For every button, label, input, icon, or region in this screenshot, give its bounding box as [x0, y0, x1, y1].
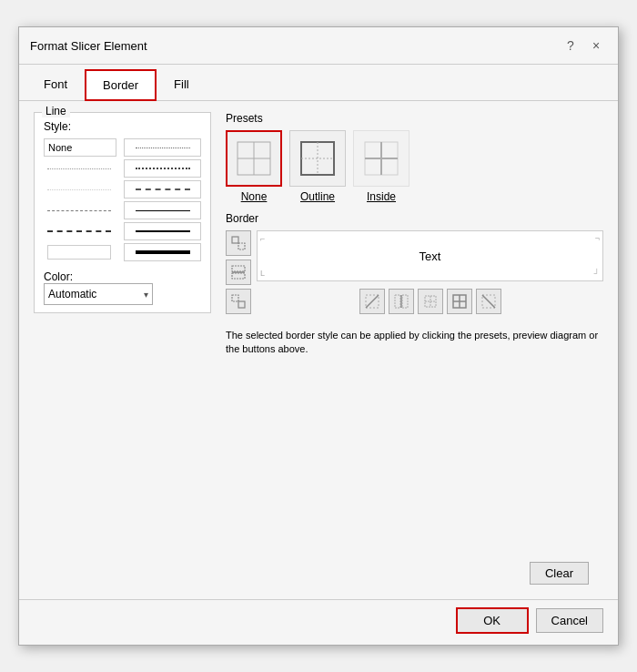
- color-row: Color:: [44, 270, 201, 283]
- clear-button[interactable]: Clear: [530, 562, 589, 585]
- line-sample-0: [136, 148, 190, 148]
- preset-inside-label: Inside: [367, 190, 396, 203]
- style-solid1[interactable]: [44, 243, 116, 261]
- preset-inside-svg: [361, 138, 401, 178]
- line-sample-5: [136, 250, 190, 254]
- border-top-left-icon: [230, 235, 247, 251]
- style-line-5[interactable]: [124, 243, 201, 261]
- ok-button[interactable]: OK: [456, 607, 529, 634]
- tab-border[interactable]: Border: [85, 69, 157, 101]
- preset-inside-icon[interactable]: [353, 130, 410, 187]
- presets-row: None Outline: [226, 130, 603, 203]
- dialog-title: Format Slicer Element: [30, 39, 147, 53]
- help-button[interactable]: ?: [560, 35, 581, 56]
- border-btn-outer[interactable]: [418, 289, 443, 314]
- format-slicer-dialog: Format Slicer Element ? × Font Border Fi…: [18, 26, 619, 646]
- border-btn-bottom-right[interactable]: [226, 289, 251, 314]
- tab-fill[interactable]: Fill: [157, 69, 207, 101]
- color-dropdown-arrow: ▾: [144, 290, 148, 300]
- preset-outline-label: Outline: [300, 190, 335, 203]
- border-label: Border: [226, 212, 603, 225]
- line-sample-4: [136, 230, 190, 232]
- close-button[interactable]: ×: [585, 35, 607, 56]
- line-sample-3: [136, 210, 190, 211]
- border-outer-icon: [422, 293, 439, 310]
- border-bottom-row: [257, 289, 603, 314]
- style-box: [47, 245, 111, 260]
- preset-outline-svg: [298, 138, 338, 178]
- style-line-1[interactable]: [124, 159, 201, 178]
- style-dots1[interactable]: [44, 159, 116, 178]
- style-grid: None: [44, 138, 201, 261]
- svg-rect-11: [232, 266, 245, 271]
- border-section: Border: [226, 212, 603, 314]
- dialog-body: Line Style: None: [19, 101, 618, 599]
- main-row: Line Style: None: [34, 112, 603, 588]
- title-bar-left: Format Slicer Element: [30, 39, 147, 53]
- tab-font[interactable]: Font: [26, 69, 85, 101]
- title-bar-right: ? ×: [560, 35, 607, 56]
- preset-outline[interactable]: Outline: [289, 130, 346, 203]
- border-btn-top-left[interactable]: [226, 230, 251, 256]
- button-row: OK Cancel: [19, 599, 618, 645]
- left-panel: Line Style: None: [34, 112, 211, 588]
- border-middle-v-icon: [393, 293, 410, 310]
- style-line-2[interactable]: [124, 180, 201, 199]
- presets-section: Presets None: [226, 112, 603, 203]
- preset-outline-icon[interactable]: [289, 130, 346, 187]
- corner-tr: ¬: [595, 234, 600, 243]
- tab-bar: Font Border Fill: [19, 65, 618, 101]
- line-sample-1: [136, 168, 190, 169]
- svg-rect-18: [395, 295, 400, 308]
- style-line-3[interactable]: [124, 201, 201, 219]
- border-btn-diag-bl[interactable]: [359, 289, 385, 314]
- style-dots2[interactable]: [44, 180, 116, 199]
- svg-line-28: [482, 295, 495, 308]
- border-bottom-right-icon: [230, 293, 247, 310]
- border-btn-middle-v[interactable]: [389, 289, 414, 314]
- border-preview-text: Text: [420, 249, 441, 263]
- style-dash1[interactable]: [44, 201, 116, 219]
- style-line-0[interactable]: [124, 138, 201, 157]
- border-inner-icon: [451, 293, 468, 310]
- preset-none-svg: [234, 138, 274, 178]
- svg-rect-14: [232, 295, 238, 301]
- border-middle-h-icon: [230, 264, 247, 280]
- presets-label: Presets: [226, 112, 603, 125]
- preset-none-icon[interactable]: [226, 130, 282, 187]
- border-diag-bl-icon: [364, 293, 380, 310]
- svg-rect-9: [232, 237, 238, 243]
- color-dropdown[interactable]: Automatic ▾: [44, 283, 153, 305]
- svg-rect-10: [238, 243, 245, 249]
- style-label: Style:: [44, 120, 201, 133]
- style-dash2[interactable]: [44, 222, 116, 240]
- color-label: Color:: [44, 270, 73, 283]
- preset-none-label: None: [241, 190, 268, 203]
- corner-bl: L: [260, 269, 265, 278]
- border-btn-middle-h[interactable]: [226, 260, 251, 285]
- style-none-label[interactable]: None: [44, 138, 116, 157]
- svg-line-17: [366, 295, 379, 308]
- clear-btn-row: Clear: [226, 558, 603, 588]
- color-value: Automatic: [48, 288, 96, 300]
- info-text: The selected border style can be applied…: [226, 323, 603, 362]
- border-diag-tr-icon: [480, 293, 497, 310]
- border-preview[interactable]: ⌐ ¬ L ┘ Text: [257, 230, 603, 281]
- border-btn-diag-tr[interactable]: [476, 289, 501, 314]
- line-group: Line Style: None: [34, 112, 211, 313]
- border-editor: ⌐ ¬ L ┘ Text: [226, 230, 603, 314]
- right-panel: Presets None: [226, 112, 603, 588]
- preset-none[interactable]: None: [226, 130, 282, 203]
- corner-tl: ⌐: [260, 234, 265, 243]
- border-btn-inner[interactable]: [447, 289, 472, 314]
- svg-rect-13: [232, 273, 245, 279]
- style-line-4[interactable]: [124, 222, 201, 240]
- border-buttons-left: [226, 230, 251, 314]
- corner-br: ┘: [594, 269, 600, 278]
- title-bar: Format Slicer Element ? ×: [19, 27, 618, 65]
- svg-rect-15: [238, 301, 245, 308]
- preset-inside[interactable]: Inside: [353, 130, 410, 203]
- cancel-button[interactable]: Cancel: [536, 608, 603, 633]
- line-group-label: Line: [42, 105, 70, 117]
- line-sample-2: [136, 188, 190, 190]
